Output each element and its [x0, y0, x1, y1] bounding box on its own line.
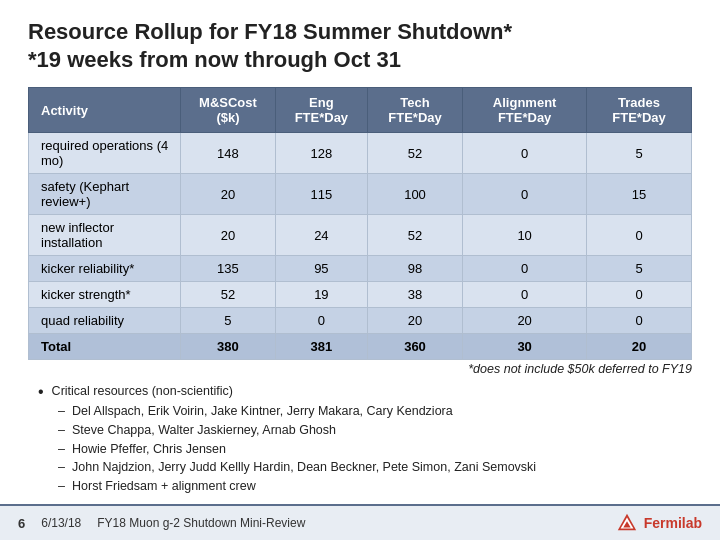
table-cell-value: 148: [180, 133, 275, 174]
table-cell-value: 0: [587, 282, 692, 308]
table-cell-value: 0: [463, 174, 587, 215]
table-cell-value: 24: [275, 215, 367, 256]
table-cell-value: 98: [367, 256, 462, 282]
bullet-dot: •: [38, 384, 44, 400]
page-container: Resource Rollup for FY18 Summer Shutdown…: [0, 0, 720, 540]
table-row: Total3803813603020: [29, 334, 692, 360]
table-cell-value: 0: [463, 133, 587, 174]
table-cell-value: 10: [463, 215, 587, 256]
table-cell-value: 135: [180, 256, 275, 282]
table-cell-value: 19: [275, 282, 367, 308]
table-cell-value: 38: [367, 282, 462, 308]
table-cell-value: 20: [367, 308, 462, 334]
sub-list: Del Allspach, Erik Voirin, Jake Kintner,…: [58, 402, 692, 496]
table-cell-activity: Total: [29, 334, 181, 360]
table-cell-activity: new inflector installation: [29, 215, 181, 256]
table-cell-value: 95: [275, 256, 367, 282]
list-item: Horst Friedsam + alignment crew: [58, 477, 692, 496]
table-cell-value: 0: [275, 308, 367, 334]
table-cell-activity: kicker reliability*: [29, 256, 181, 282]
table-cell-activity: required operations (4 mo): [29, 133, 181, 174]
table-cell-value: 20: [463, 308, 587, 334]
footer-left: 6 6/13/18 FY18 Muon g-2 Shutdown Mini-Re…: [18, 516, 305, 531]
table-cell-value: 0: [587, 308, 692, 334]
table-cell-value: 52: [367, 215, 462, 256]
footer-date: 6/13/18: [41, 516, 81, 530]
list-item: John Najdzion, Jerry Judd Kellly Hardin,…: [58, 458, 692, 477]
col-header-trades-fte: Trades FTE*Day: [587, 88, 692, 133]
col-header-tech-fte: Tech FTE*Day: [367, 88, 462, 133]
table-cell-value: 100: [367, 174, 462, 215]
list-item: Del Allspach, Erik Voirin, Jake Kintner,…: [58, 402, 692, 421]
table-cell-value: 0: [463, 282, 587, 308]
col-header-activity: Activity: [29, 88, 181, 133]
table-row: quad reliability5020200: [29, 308, 692, 334]
table-cell-value: 20: [180, 215, 275, 256]
table-cell-value: 128: [275, 133, 367, 174]
resource-table-wrap: Activity M&SCost ($k) Eng FTE*Day Tech F…: [28, 87, 692, 360]
table-row: required operations (4 mo)1481285205: [29, 133, 692, 174]
page-title: Resource Rollup for FY18 Summer Shutdown…: [28, 18, 692, 73]
footer-page-number: 6: [18, 516, 25, 531]
table-cell-activity: safety (Kephart review+): [29, 174, 181, 215]
table-cell-value: 380: [180, 334, 275, 360]
footer: 6 6/13/18 FY18 Muon g-2 Shutdown Mini-Re…: [0, 504, 720, 540]
table-cell-value: 15: [587, 174, 692, 215]
table-cell-value: 5: [180, 308, 275, 334]
fermilab-icon: [616, 512, 638, 534]
table-row: kicker reliability*135959805: [29, 256, 692, 282]
table-cell-value: 5: [587, 256, 692, 282]
col-header-eng-fte: Eng FTE*Day: [275, 88, 367, 133]
fermilab-logo: Fermilab: [616, 512, 702, 534]
table-row: new inflector installation202452100: [29, 215, 692, 256]
table-cell-value: 5: [587, 133, 692, 174]
table-cell-value: 381: [275, 334, 367, 360]
table-cell-value: 115: [275, 174, 367, 215]
list-item: Steve Chappa, Walter Jaskierney, Arnab G…: [58, 421, 692, 440]
table-cell-value: 0: [463, 256, 587, 282]
table-row: kicker strength*52193800: [29, 282, 692, 308]
col-header-ms-cost: M&SCost ($k): [180, 88, 275, 133]
resource-table: Activity M&SCost ($k) Eng FTE*Day Tech F…: [28, 87, 692, 360]
table-cell-value: 360: [367, 334, 462, 360]
list-item: Howie Pfeffer, Chris Jensen: [58, 440, 692, 459]
fermilab-text: Fermilab: [644, 515, 702, 531]
table-cell-value: 52: [180, 282, 275, 308]
table-cell-value: 20: [180, 174, 275, 215]
table-row: safety (Kephart review+)20115100015: [29, 174, 692, 215]
footer-presentation: FY18 Muon g-2 Shutdown Mini-Review: [97, 516, 305, 530]
table-cell-activity: kicker strength*: [29, 282, 181, 308]
table-note: *does not include $50k deferred to FY19: [28, 362, 692, 376]
bullet-section: • Critical resources (non-scientific) De…: [38, 384, 692, 496]
table-cell-value: 52: [367, 133, 462, 174]
col-header-align-fte: Alignment FTE*Day: [463, 88, 587, 133]
table-cell-value: 30: [463, 334, 587, 360]
table-cell-value: 0: [587, 215, 692, 256]
bullet-intro: Critical resources (non-scientific): [52, 384, 233, 398]
table-cell-activity: quad reliability: [29, 308, 181, 334]
table-cell-value: 20: [587, 334, 692, 360]
